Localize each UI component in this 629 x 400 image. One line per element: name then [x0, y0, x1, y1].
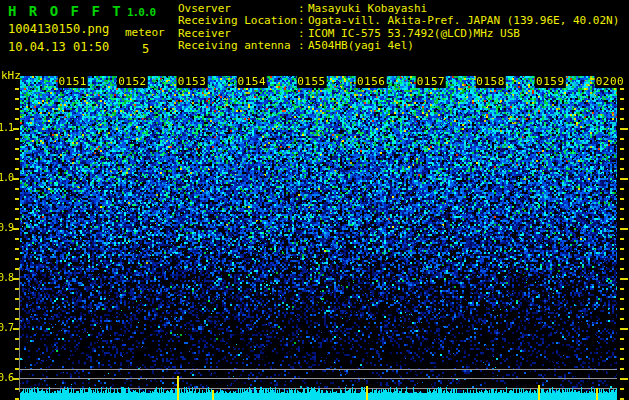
info-separator: : [298, 15, 308, 27]
y-major-tick-right [620, 128, 628, 130]
y-minor-tick-left [15, 288, 19, 290]
y-minor-tick-left [15, 98, 19, 100]
hrofft-screen: H R O F F T 1.0.0 1004130150.png meteor … [0, 0, 629, 400]
y-major-tick-left [13, 328, 19, 330]
x-tick-label: 0152 [117, 76, 148, 88]
x-tick-label: 0154 [237, 76, 268, 88]
y-minor-tick-left [15, 218, 19, 220]
y-minor-tick-left [15, 118, 19, 120]
x-tick-label: 0156 [356, 76, 387, 88]
y-minor-tick-left [15, 148, 19, 150]
y-major-tick-left [13, 378, 19, 380]
y-major-tick-left [13, 278, 19, 280]
info-value: A504HB(yagi 4el) [308, 40, 414, 52]
info-separator: : [298, 40, 308, 52]
y-tick-label: 1.1 [0, 123, 13, 133]
y-minor-tick-left [15, 298, 19, 300]
info-value: Ogata-vill. Akita-Pref. JAPAN (139.96E, … [308, 15, 619, 27]
y-minor-tick-left [15, 138, 19, 140]
y-minor-tick-right [620, 308, 624, 310]
y-minor-tick-left [15, 358, 19, 360]
y-minor-tick-left [15, 188, 19, 190]
y-minor-tick-left [15, 208, 19, 210]
y-minor-tick-right [620, 388, 624, 390]
y-major-tick-left [13, 128, 19, 130]
y-major-tick-right [620, 278, 628, 280]
plot-left-border [19, 267, 20, 392]
y-minor-tick-right [620, 108, 624, 110]
x-tick-label: 0158 [475, 76, 506, 88]
y-major-tick-right [620, 228, 628, 230]
y-minor-tick-left [15, 88, 19, 90]
y-minor-tick-left [15, 248, 19, 250]
y-major-tick-left [13, 228, 19, 230]
x-tick-label: 0157 [416, 76, 447, 88]
y-minor-tick-right [620, 258, 624, 260]
y-minor-tick-right [620, 138, 624, 140]
y-minor-tick-left [15, 268, 19, 270]
y-major-tick-right [620, 378, 628, 380]
x-tick-label: 0200 [595, 76, 626, 88]
timestamp: 10.04.13 01:50 [8, 40, 109, 54]
y-minor-tick-right [620, 148, 624, 150]
app-version: 1.0.0 [127, 6, 155, 19]
y-minor-tick-right [620, 268, 624, 270]
y-minor-tick-right [620, 218, 624, 220]
y-minor-tick-right [620, 338, 624, 340]
y-minor-tick-left [15, 198, 19, 200]
receiver-info-table: Ovserver:Masayuki KobayashiReceiving Loc… [178, 3, 619, 53]
y-minor-tick-right [620, 208, 624, 210]
y-major-tick-left [13, 178, 19, 180]
y-minor-tick-right [620, 98, 624, 100]
output-filename: 1004130150.png [8, 22, 109, 36]
mode-label: meteor [125, 26, 165, 39]
y-minor-tick-left [15, 318, 19, 320]
y-minor-tick-right [620, 248, 624, 250]
y-minor-tick-right [620, 88, 624, 90]
y-axis-unit-label: kHz [1, 69, 21, 82]
x-tick-label: 0155 [296, 76, 327, 88]
y-minor-tick-right [620, 298, 624, 300]
y-tick-label: 0.7 [0, 323, 13, 333]
info-row: Receiving Location:Ogata-vill. Akita-Pre… [178, 15, 619, 27]
y-minor-tick-right [620, 358, 624, 360]
y-minor-tick-left [15, 348, 19, 350]
y-minor-tick-right [620, 158, 624, 160]
y-minor-tick-right [620, 168, 624, 170]
y-minor-tick-right [620, 118, 624, 120]
x-tick-label: 0153 [177, 76, 208, 88]
meteor-count: 5 [142, 42, 149, 56]
y-minor-tick-left [15, 308, 19, 310]
y-minor-tick-left [15, 238, 19, 240]
y-minor-tick-right [620, 238, 624, 240]
y-minor-tick-left [15, 258, 19, 260]
x-tick-label: 0151 [57, 76, 88, 88]
y-minor-tick-left [15, 338, 19, 340]
y-tick-label: 1.0 [0, 173, 13, 183]
info-label: Receiving antenna [178, 40, 298, 52]
y-minor-tick-left [15, 388, 19, 390]
y-minor-tick-right [620, 318, 624, 320]
y-major-tick-right [620, 178, 628, 180]
x-tick-label: 0159 [535, 76, 566, 88]
y-major-tick-right [620, 328, 628, 330]
y-minor-tick-right [620, 288, 624, 290]
y-tick-label: 0.9 [0, 223, 13, 233]
info-label: Receiving Location [178, 15, 298, 27]
y-minor-tick-left [15, 168, 19, 170]
y-tick-label: 0.8 [0, 273, 13, 283]
y-tick-label: 0.6 [0, 373, 13, 383]
spectrogram-canvas [20, 76, 617, 400]
info-row: Receiving antenna:A504HB(yagi 4el) [178, 40, 619, 52]
y-minor-tick-right [620, 368, 624, 370]
y-minor-tick-right [620, 198, 624, 200]
y-minor-tick-right [620, 348, 624, 350]
y-minor-tick-right [620, 188, 624, 190]
y-minor-tick-left [15, 158, 19, 160]
app-title: H R O F F T [8, 3, 123, 19]
y-minor-tick-left [15, 108, 19, 110]
y-minor-tick-left [15, 368, 19, 370]
